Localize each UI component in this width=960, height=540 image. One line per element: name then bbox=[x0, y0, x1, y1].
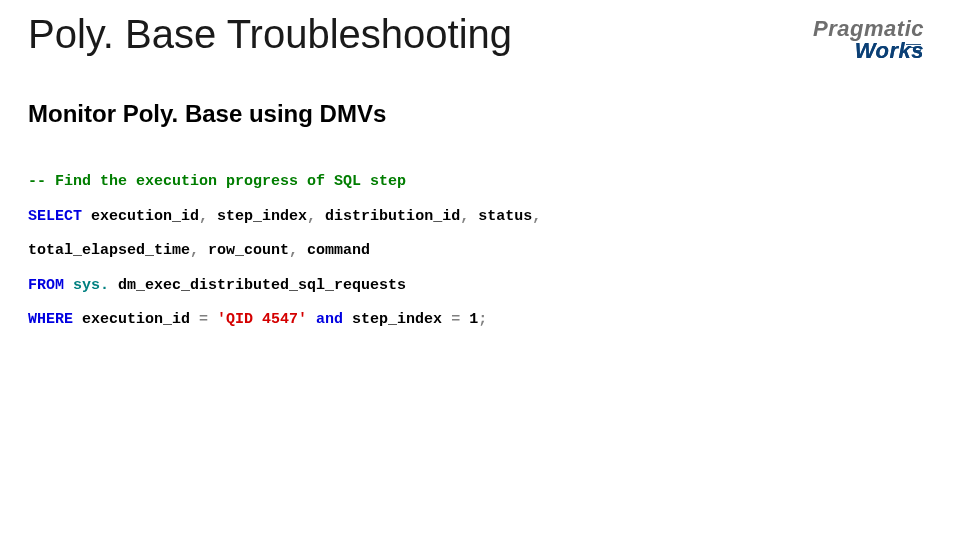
col: distribution_id bbox=[316, 208, 460, 225]
kw-and: and bbox=[316, 311, 343, 328]
col: step_index bbox=[208, 208, 307, 225]
string-literal: 'QID 4547' bbox=[208, 311, 316, 328]
col: total_elapsed_time bbox=[28, 242, 190, 259]
col: execution_id bbox=[82, 208, 199, 225]
brand-logo: Pragmatic Works bbox=[813, 18, 924, 62]
num-literal: 1 bbox=[460, 311, 478, 328]
op-eq: = bbox=[199, 311, 208, 328]
page-title: Poly. Base Troubleshooting bbox=[28, 12, 512, 57]
logo-top-word: Pragmatic bbox=[813, 18, 924, 40]
col: execution_id bbox=[73, 311, 199, 328]
kw-where: WHERE bbox=[28, 311, 73, 328]
comma: , bbox=[289, 242, 298, 259]
col: step_index bbox=[343, 311, 451, 328]
col: row_count bbox=[199, 242, 289, 259]
comma: , bbox=[460, 208, 469, 225]
op-eq: = bbox=[451, 311, 460, 328]
kw-select: SELECT bbox=[28, 208, 82, 225]
col: command bbox=[298, 242, 370, 259]
semicolon: ; bbox=[478, 311, 487, 328]
kw-from: FROM bbox=[28, 277, 64, 294]
logo-bottom-word: Works bbox=[813, 40, 924, 62]
table-name: dm_exec_distributed_sql_requests bbox=[109, 277, 406, 294]
comma: , bbox=[199, 208, 208, 225]
sql-code-block: -- Find the execution progress of SQL st… bbox=[28, 165, 541, 338]
comma: , bbox=[532, 208, 541, 225]
comma: , bbox=[190, 242, 199, 259]
slide: Poly. Base Troubleshooting Pragmatic Wor… bbox=[0, 0, 960, 540]
code-comment: -- Find the execution progress of SQL st… bbox=[28, 173, 406, 190]
subtitle: Monitor Poly. Base using DMVs bbox=[28, 100, 386, 128]
comma: , bbox=[307, 208, 316, 225]
col: status bbox=[469, 208, 532, 225]
schema: sys. bbox=[64, 277, 109, 294]
